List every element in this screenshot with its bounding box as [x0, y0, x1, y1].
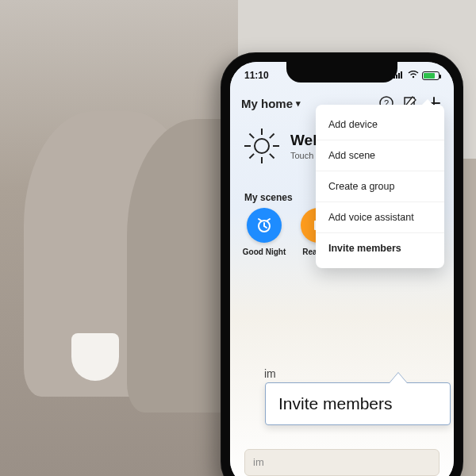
- alarm-clock-icon: [247, 208, 282, 243]
- menu-item-add-scene[interactable]: Add scene: [316, 140, 444, 171]
- chevron-down-icon: ▾: [296, 98, 301, 109]
- svg-rect-3: [401, 71, 402, 79]
- status-time: 11:10: [244, 70, 269, 81]
- menu-item-label: Add voice assistant: [328, 212, 414, 223]
- scene-label: Good Night: [241, 248, 287, 256]
- callout-prefix: im: [264, 367, 276, 380]
- menu-item-add-voice-assistant[interactable]: Add voice assistant: [316, 202, 444, 233]
- photo-mug: [71, 333, 119, 381]
- menu-item-label: Invite members: [328, 243, 401, 254]
- home-selector[interactable]: My home ▾: [241, 97, 301, 110]
- menu-item-label: Add scene: [328, 150, 375, 161]
- svg-rect-1: [396, 75, 397, 79]
- add-menu-popover: Add device Add scene Create a group Add …: [316, 105, 444, 268]
- bottom-input-text: im: [253, 456, 264, 468]
- battery-icon: [422, 71, 440, 80]
- menu-item-create-group[interactable]: Create a group: [316, 171, 444, 202]
- menu-item-add-device[interactable]: Add device: [316, 109, 444, 140]
- menu-item-invite-members[interactable]: Invite members: [316, 233, 444, 263]
- callout-text: Invite members: [278, 394, 393, 413]
- svg-point-4: [413, 76, 414, 78]
- phone-screen: 11:10 My home ▾ ?: [230, 62, 454, 476]
- bottom-input[interactable]: im: [244, 449, 440, 476]
- invite-members-callout: im Invite members: [265, 382, 451, 425]
- home-selector-label: My home: [241, 97, 293, 110]
- phone-mockup: 11:10 My home ▾ ?: [221, 52, 463, 476]
- scene-good-night[interactable]: Good Night: [241, 208, 287, 256]
- phone-notch: [286, 62, 397, 83]
- menu-item-label: Create a group: [328, 181, 394, 192]
- wifi-icon: [408, 70, 419, 81]
- scenes-heading: My scenes: [244, 192, 293, 203]
- svg-rect-2: [398, 73, 400, 79]
- status-indicators: [393, 70, 440, 81]
- menu-item-label: Add device: [328, 119, 378, 130]
- sun-icon: [244, 129, 279, 163]
- promo-scene: 11:10 My home ▾ ?: [0, 0, 476, 476]
